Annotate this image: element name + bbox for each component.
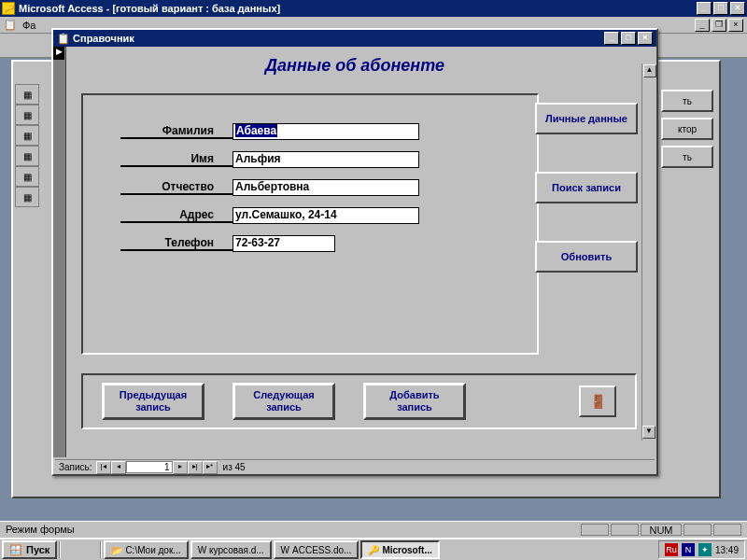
child-minimize-button[interactable]: _ <box>695 19 710 32</box>
status-blank1 <box>581 524 609 536</box>
input-patronymic[interactable]: Альбертовна <box>233 179 419 196</box>
db-tab-reports-icon[interactable]: ▦ <box>15 146 39 166</box>
nav-prev-button[interactable]: ◂ <box>111 461 126 474</box>
input-surname[interactable]: Абаева <box>233 123 419 140</box>
taskbar-separator <box>59 541 61 558</box>
db-new-button[interactable]: ть <box>661 146 713 168</box>
windows-logo-icon: 🪟 <box>9 544 22 556</box>
form-maximize-button[interactable]: □ <box>621 32 636 45</box>
status-blank4 <box>713 524 741 536</box>
menu-file-icon[interactable]: 📋 <box>4 19 17 31</box>
scroll-down-icon[interactable]: ▼ <box>642 426 655 439</box>
maximize-button[interactable]: □ <box>713 2 728 15</box>
tray-icon-1[interactable]: N <box>682 543 695 556</box>
nav-last-button[interactable]: ▸| <box>188 461 203 474</box>
vertical-scrollbar[interactable]: ▲ ▼ <box>641 63 656 441</box>
db-tab-tables-icon[interactable]: ▦ <box>15 84 39 105</box>
minimize-button[interactable]: _ <box>697 2 712 15</box>
app-titlebar[interactable]: 🔑 Microsoft Access - [готовый вариант : … <box>0 0 747 17</box>
search-record-button[interactable]: Поиск записи <box>535 172 638 203</box>
db-tab-queries-icon[interactable]: ▦ <box>15 105 39 125</box>
form-heading: Данные об абоненте <box>53 47 656 81</box>
status-num: NUM <box>641 524 681 536</box>
tray-lang-indicator[interactable]: Ru <box>665 543 678 556</box>
taskbar-item-word2[interactable]: W ACCESS.do... <box>274 540 359 559</box>
tray-icon-2[interactable]: ✦ <box>698 543 712 556</box>
word-icon: W <box>198 545 206 555</box>
taskbar-item-folder[interactable]: 📂 С:\Мои док... <box>104 540 188 559</box>
tray-clock[interactable]: 13:49 <box>715 545 739 555</box>
door-exit-icon: 🚪 <box>590 394 606 409</box>
row-address: Адрес ул.Семашко, 24-14 <box>92 207 528 224</box>
bottom-button-panel: Предыдущая запись Следующая запись Добав… <box>81 373 637 429</box>
nav-next-button[interactable]: ▸ <box>173 461 188 474</box>
status-mode: Режим формы <box>6 524 75 536</box>
row-phone: Телефон 72-63-27 <box>92 235 528 252</box>
menu-file[interactable]: Фа <box>22 20 35 31</box>
row-surname: Фамилия Абаева <box>92 123 528 140</box>
label-name: Имя <box>120 152 233 167</box>
db-tab-modules-icon[interactable]: ▦ <box>15 187 39 207</box>
input-phone[interactable]: 72-63-27 <box>233 235 335 252</box>
start-label: Пуск <box>26 544 49 555</box>
label-phone: Телефон <box>120 236 233 251</box>
db-design-button[interactable]: ктор <box>661 118 713 140</box>
quicklaunch-icon-2[interactable] <box>81 541 98 558</box>
nav-new-button[interactable]: ▸* <box>203 461 218 474</box>
row-patronymic: Отчество Альбертовна <box>92 179 528 196</box>
record-selector[interactable]: ▶ <box>53 47 66 457</box>
db-tab-macros-icon[interactable]: ▦ <box>15 166 39 187</box>
taskbar-item-access[interactable]: 🔑 Microsoft... <box>360 540 439 559</box>
row-name: Имя Альфия <box>92 151 528 168</box>
label-surname: Фамилия <box>120 124 233 139</box>
input-address[interactable]: ул.Семашко, 24-14 <box>233 207 419 224</box>
form-body: ▶ Данные об абоненте Фамилия Абаева Имя … <box>53 47 656 457</box>
exit-door-button[interactable]: 🚪 <box>579 385 616 417</box>
folder-icon: 📂 <box>111 545 122 555</box>
db-object-tabs: ▦ ▦ ▦ ▦ ▦ ▦ <box>15 84 43 207</box>
word-icon: W <box>281 545 289 555</box>
quicklaunch-icon[interactable] <box>63 541 79 558</box>
close-button[interactable]: × <box>730 2 745 15</box>
status-blank3 <box>684 524 712 536</box>
personal-data-button[interactable]: Личные данные <box>535 103 638 134</box>
form-window: 📋 Справочник _ □ × ▶ Данные об абоненте … <box>51 28 658 476</box>
taskbar-item-word1[interactable]: W курсовая.d... <box>190 540 272 559</box>
previous-record-button[interactable]: Предыдущая запись <box>102 383 204 420</box>
access-key-icon: 🔑 <box>2 2 15 15</box>
access-main-window: 🔑 Microsoft Access - [готовый вариант : … <box>0 0 747 560</box>
db-side-buttons: ть ктор ть <box>661 90 713 168</box>
toolbar-open-icon[interactable] <box>26 35 47 56</box>
form-minimize-button[interactable]: _ <box>604 32 619 45</box>
refresh-button[interactable]: Обновить <box>535 241 638 273</box>
status-blank2 <box>611 524 639 536</box>
add-record-button[interactable]: Добавить запись <box>363 383 466 420</box>
fields-panel: Фамилия Абаева Имя Альфия Отчество Альбе… <box>81 93 539 355</box>
system-tray: Ru N ✦ 13:49 <box>658 540 745 559</box>
form-title-text: Справочник <box>73 33 134 44</box>
start-button[interactable]: 🪟 Пуск <box>2 540 57 559</box>
access-key-icon: 🔑 <box>368 545 379 555</box>
right-button-panel: Личные данные Поиск записи Обновить <box>535 103 638 273</box>
child-restore-button[interactable]: ❐ <box>712 19 726 32</box>
record-label: Запись: <box>55 462 96 472</box>
app-title: Microsoft Access - [готовый вариант : ба… <box>19 3 280 14</box>
input-name[interactable]: Альфия <box>233 151 419 168</box>
record-total: из 45 <box>218 462 251 472</box>
child-close-button[interactable]: × <box>728 19 743 32</box>
db-tab-forms-icon[interactable]: ▦ <box>15 125 39 146</box>
toolbar-new-icon[interactable] <box>4 35 24 56</box>
label-patronymic: Отчество <box>120 180 233 195</box>
scroll-up-icon[interactable]: ▲ <box>643 64 656 77</box>
form-titlebar[interactable]: 📋 Справочник _ □ × <box>53 30 656 47</box>
record-navigator: Запись: |◂ ◂ ▸ ▸| ▸* из 45 <box>55 459 655 474</box>
next-record-button[interactable]: Следующая запись <box>233 383 335 420</box>
db-open-button[interactable]: ть <box>661 90 713 112</box>
label-address: Адрес <box>120 208 233 223</box>
form-close-button[interactable]: × <box>638 32 653 45</box>
taskbar-separator-2 <box>100 541 102 558</box>
nav-first-button[interactable]: |◂ <box>96 461 111 474</box>
taskbar: 🪟 Пуск 📂 С:\Мои док... W курсовая.d... W… <box>0 538 747 560</box>
record-number-input[interactable] <box>126 461 173 473</box>
statusbar: Режим формы NUM <box>0 521 747 538</box>
